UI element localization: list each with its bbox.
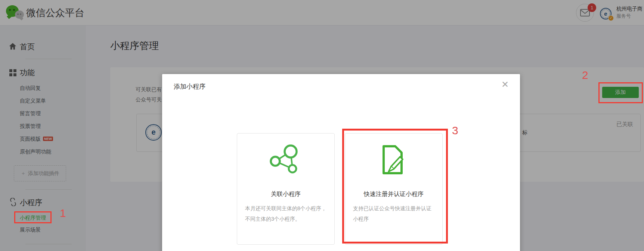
link-network-icon — [237, 143, 334, 179]
annotation-number-1: 1 — [60, 207, 66, 220]
annotation-box-1 — [14, 211, 52, 223]
wechat-mp-admin-page: 微信公众平台 1 e ✓ 杭州电子商 服务号 首页 功能 自动回复 自定义菜单 — [0, 0, 644, 251]
annotation-number-2: 2 — [582, 69, 588, 82]
annotation-box-3 — [342, 129, 448, 244]
close-icon[interactable]: ✕ — [501, 80, 509, 89]
annotation-box-2 — [598, 82, 643, 103]
annotation-number-3: 3 — [452, 124, 458, 137]
link-miniprogram-card[interactable]: 关联小程序 本月还可关联同主体的8个小程序， 不同主体的3个小程序。 — [237, 133, 335, 245]
card-title: 关联小程序 — [237, 190, 334, 198]
card-description: 本月还可关联同主体的8个小程序， 不同主体的3个小程序。 — [245, 203, 326, 224]
add-miniprogram-modal: 添加小程序 ✕ 关联小程序 本月还可关联同主体的8个小程序， 不同主体的3个小程… — [162, 74, 520, 251]
modal-title: 添加小程序 — [174, 82, 205, 91]
